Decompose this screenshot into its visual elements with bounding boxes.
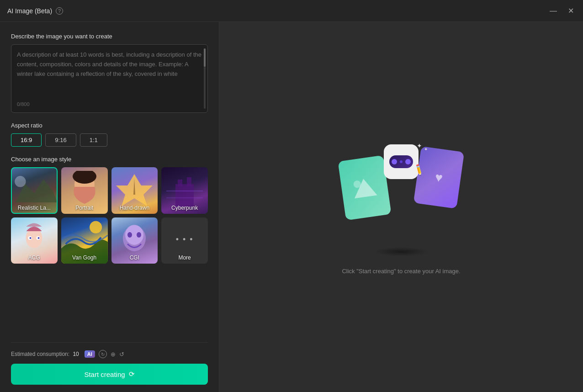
style-more-label: More: [161, 254, 208, 261]
help-icon[interactable]: ?: [56, 7, 63, 15]
app-title: AI Image (Beta): [7, 7, 52, 15]
description-input[interactable]: [17, 50, 202, 98]
more-dots: • • •: [176, 235, 194, 244]
consumption-value: 10: [73, 351, 79, 357]
svg-point-14: [29, 237, 31, 239]
hint-text: Click "Start creating" to create your AI…: [342, 268, 460, 275]
style-more[interactable]: • • • More: [161, 217, 208, 264]
start-btn-icon: ⟳: [129, 370, 135, 378]
style-acg-label: ACG: [11, 254, 58, 261]
style-realistic[interactable]: Realistic La...: [11, 167, 58, 214]
close-button[interactable]: ✕: [566, 5, 576, 17]
title-bar: AI Image (Beta) ? — ✕: [0, 0, 583, 22]
description-box: 0/800: [11, 44, 208, 113]
robot-visor: [389, 155, 413, 168]
style-handdrawn-label: Hand-drawn: [111, 205, 158, 211]
style-section: Choose an image style Realistic La...: [11, 156, 208, 264]
style-cyberpunk-label: Cyberpunk: [161, 205, 208, 211]
svg-point-20: [137, 232, 141, 238]
style-vangogh[interactable]: Van Gogh: [61, 217, 108, 264]
start-creating-button[interactable]: Start creating ⟳: [11, 364, 208, 385]
style-cgi-label: CGI: [111, 254, 158, 261]
refresh-circle-icon[interactable]: ↻: [99, 350, 107, 358]
style-cgi[interactable]: CGI: [111, 217, 158, 264]
svg-point-19: [127, 232, 132, 238]
style-grid: Realistic La... Portrait: [11, 167, 208, 264]
title-left: AI Image (Beta) ?: [7, 7, 63, 15]
style-cyberpunk[interactable]: Cyberpunk: [161, 167, 208, 214]
style-handdrawn[interactable]: Hand-drawn: [111, 167, 158, 214]
left-panel: Describe the image you want to create 0/…: [0, 22, 219, 392]
style-portrait[interactable]: Portrait: [61, 167, 108, 214]
start-btn-label: Start creating: [84, 371, 125, 378]
ratio-9-16-button[interactable]: 9:16: [45, 133, 76, 147]
right-panel: ♥ ✦ ✦ ✏️ Click "Start creating" to creat…: [219, 22, 583, 392]
ratio-16-9-button[interactable]: 16:9: [11, 133, 42, 147]
bottom-bar: Estimated consumption: 10 AI ↻ ⊕ ↺ Start…: [11, 342, 208, 385]
consumption-row: Estimated consumption: 10 AI ↻ ⊕ ↺: [11, 350, 208, 358]
ratio-1-1-button[interactable]: 1:1: [80, 133, 107, 147]
sparkle-icon-1: ✦: [417, 142, 422, 149]
svg-rect-7: [178, 180, 182, 186]
robot-dot: [400, 160, 403, 163]
plus-icon[interactable]: ⊕: [111, 351, 116, 358]
shadow: [374, 247, 429, 256]
ai-badge: AI: [85, 350, 95, 358]
robot-head: ✦ ✦ ✏️: [384, 144, 419, 179]
style-label: Choose an image style: [11, 156, 208, 163]
refresh-icon[interactable]: ↺: [119, 351, 124, 358]
robot-eye-left: [392, 159, 397, 164]
aspect-ratio-label: Aspect ratio: [11, 122, 208, 129]
scrollbar-thumb: [204, 48, 206, 67]
svg-point-15: [37, 237, 39, 239]
style-portrait-label: Portrait: [61, 205, 108, 211]
scrollbar: [204, 48, 206, 109]
main-layout: Describe the image you want to create 0/…: [0, 22, 583, 392]
char-count: 0/800: [17, 101, 202, 107]
svg-rect-6: [175, 184, 194, 207]
minimize-button[interactable]: —: [548, 5, 559, 17]
svg-point-16: [90, 221, 102, 233]
robot: ✦ ✦ ✏️: [381, 144, 422, 190]
style-realistic-label: Realistic La...: [11, 205, 58, 211]
svg-point-1: [15, 176, 26, 187]
aspect-ratio-section: Aspect ratio 16:9 9:16 1:1: [11, 122, 208, 147]
illustration: ♥ ✦ ✦ ✏️: [342, 140, 461, 240]
consumption-label-text: Estimated consumption:: [11, 351, 69, 357]
robot-eye-right: [405, 159, 411, 164]
style-vangogh-label: Van Gogh: [61, 254, 108, 261]
description-label: Describe the image you want to create: [11, 33, 208, 40]
title-controls: — ✕: [548, 5, 576, 17]
heart-icon: ♥: [434, 170, 444, 185]
style-acg[interactable]: ACG: [11, 217, 58, 264]
sparkle-icon-2: ✦: [424, 147, 428, 152]
consumption-label: Estimated consumption: 10: [11, 351, 79, 357]
ratio-buttons: 16:9 9:16 1:1: [11, 133, 208, 147]
svg-rect-8: [187, 177, 191, 186]
